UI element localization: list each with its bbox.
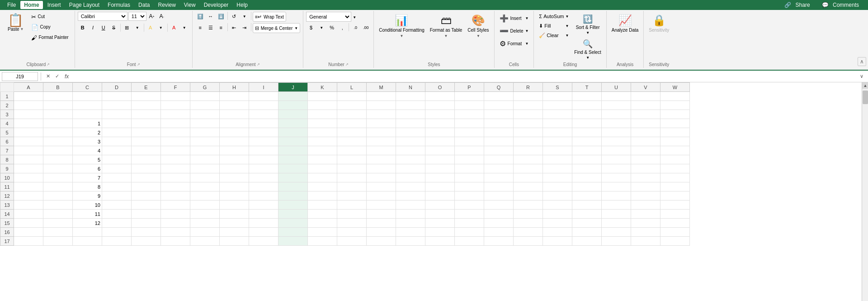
cell-L3[interactable] bbox=[337, 110, 367, 119]
cell-G13[interactable] bbox=[190, 201, 220, 210]
cell-P9[interactable] bbox=[455, 164, 484, 173]
cell-K10[interactable] bbox=[308, 173, 337, 182]
col-header-K[interactable]: K bbox=[308, 83, 337, 92]
cell-C10[interactable]: 7 bbox=[73, 173, 102, 182]
cell-U9[interactable] bbox=[602, 164, 631, 173]
col-header-C[interactable]: C bbox=[73, 83, 102, 92]
cell-Q12[interactable] bbox=[484, 191, 514, 201]
cell-L1[interactable] bbox=[337, 92, 367, 101]
cell-U5[interactable] bbox=[602, 128, 631, 137]
col-header-M[interactable]: M bbox=[367, 83, 396, 92]
cell-P5[interactable] bbox=[455, 128, 484, 137]
cell-K16[interactable] bbox=[308, 228, 337, 237]
cell-F12[interactable] bbox=[161, 191, 190, 201]
cell-J16[interactable] bbox=[278, 228, 308, 237]
paste-dropdown-arrow[interactable]: ▼ bbox=[20, 27, 24, 31]
cell-U1[interactable] bbox=[602, 92, 631, 101]
cell-D5[interactable] bbox=[102, 128, 132, 137]
cell-reference-input[interactable] bbox=[2, 72, 38, 81]
cell-J6[interactable] bbox=[278, 137, 308, 146]
border-button[interactable]: ⊞ bbox=[122, 23, 132, 32]
cell-E13[interactable] bbox=[132, 201, 161, 210]
cell-B10[interactable] bbox=[43, 173, 73, 182]
cell-O1[interactable] bbox=[425, 92, 455, 101]
cell-P4[interactable] bbox=[455, 119, 484, 128]
autosum-dropdown[interactable]: ▼ bbox=[565, 14, 569, 19]
cell-B9[interactable] bbox=[43, 164, 73, 173]
cell-T15[interactable] bbox=[572, 219, 602, 228]
cell-E16[interactable] bbox=[132, 228, 161, 237]
cell-I8[interactable] bbox=[249, 155, 278, 164]
cell-P1[interactable] bbox=[455, 92, 484, 101]
cell-F4[interactable] bbox=[161, 119, 190, 128]
cell-G6[interactable] bbox=[190, 137, 220, 146]
cell-S11[interactable] bbox=[543, 182, 572, 191]
cell-D17[interactable] bbox=[102, 237, 132, 246]
cell-Q10[interactable] bbox=[484, 173, 514, 182]
cell-N1[interactable] bbox=[396, 92, 425, 101]
cell-S16[interactable] bbox=[543, 228, 572, 237]
cell-Q15[interactable] bbox=[484, 219, 514, 228]
format-as-table-button[interactable]: 🗃 Format as Table ▼ bbox=[428, 12, 465, 40]
cell-C9[interactable]: 6 bbox=[73, 164, 102, 173]
underline-button[interactable]: U bbox=[99, 23, 108, 32]
cell-P16[interactable] bbox=[455, 228, 484, 237]
cell-F2[interactable] bbox=[161, 101, 190, 110]
cell-L7[interactable] bbox=[337, 146, 367, 155]
cell-C17[interactable] bbox=[73, 237, 102, 246]
cell-F10[interactable] bbox=[161, 173, 190, 182]
format-as-table-dropdown[interactable]: ▼ bbox=[444, 34, 448, 38]
cell-M1[interactable] bbox=[367, 92, 396, 101]
cell-J3[interactable] bbox=[278, 110, 308, 119]
cell-M11[interactable] bbox=[367, 182, 396, 191]
cell-S7[interactable] bbox=[543, 146, 572, 155]
col-header-B[interactable]: B bbox=[43, 83, 73, 92]
cell-C11[interactable]: 8 bbox=[73, 182, 102, 191]
ribbon-collapse-button[interactable]: ∧ bbox=[858, 57, 866, 66]
cell-D2[interactable] bbox=[102, 101, 132, 110]
cell-E15[interactable] bbox=[132, 219, 161, 228]
cell-B3[interactable] bbox=[43, 110, 73, 119]
cell-H13[interactable] bbox=[220, 201, 249, 210]
cell-L13[interactable] bbox=[337, 201, 367, 210]
cell-H15[interactable] bbox=[220, 219, 249, 228]
cell-A8[interactable] bbox=[14, 155, 43, 164]
cell-A5[interactable] bbox=[14, 128, 43, 137]
row-header-5[interactable]: 5 bbox=[0, 128, 14, 137]
cell-B15[interactable] bbox=[43, 219, 73, 228]
currency-dropdown[interactable]: ▼ bbox=[316, 23, 326, 32]
cell-N15[interactable] bbox=[396, 219, 425, 228]
align-top-button[interactable]: ⬆️ bbox=[195, 12, 205, 21]
formula-bar-expand[interactable]: ∨ bbox=[860, 73, 866, 79]
delete-button[interactable]: ➖ Delete ▼ bbox=[497, 24, 531, 37]
cell-T13[interactable] bbox=[572, 201, 602, 210]
cell-N14[interactable] bbox=[396, 210, 425, 219]
cell-F13[interactable] bbox=[161, 201, 190, 210]
row-header-8[interactable]: 8 bbox=[0, 155, 14, 164]
cell-W6[interactable] bbox=[660, 137, 690, 146]
cell-P13[interactable] bbox=[455, 201, 484, 210]
text-direction-button[interactable]: ↺ bbox=[229, 12, 239, 21]
cell-S2[interactable] bbox=[543, 101, 572, 110]
cell-R1[interactable] bbox=[514, 92, 543, 101]
cell-J11[interactable] bbox=[278, 182, 308, 191]
cell-styles-button[interactable]: 🎨 Cell Styles ▼ bbox=[465, 12, 491, 40]
row-header-3[interactable]: 3 bbox=[0, 110, 14, 119]
cell-B8[interactable] bbox=[43, 155, 73, 164]
cell-Q16[interactable] bbox=[484, 228, 514, 237]
cell-N4[interactable] bbox=[396, 119, 425, 128]
cell-W17[interactable] bbox=[660, 237, 690, 246]
cell-B11[interactable] bbox=[43, 182, 73, 191]
cell-K12[interactable] bbox=[308, 191, 337, 201]
paste-button[interactable]: 📋 Paste ▼ bbox=[5, 12, 27, 33]
cell-V5[interactable] bbox=[631, 128, 660, 137]
cell-U3[interactable] bbox=[602, 110, 631, 119]
cell-W10[interactable] bbox=[660, 173, 690, 182]
cell-N3[interactable] bbox=[396, 110, 425, 119]
cell-I16[interactable] bbox=[249, 228, 278, 237]
cell-B12[interactable] bbox=[43, 191, 73, 201]
cell-Q2[interactable] bbox=[484, 101, 514, 110]
cell-C6[interactable]: 3 bbox=[73, 137, 102, 146]
cell-F15[interactable] bbox=[161, 219, 190, 228]
bold-button[interactable]: B bbox=[78, 23, 88, 32]
